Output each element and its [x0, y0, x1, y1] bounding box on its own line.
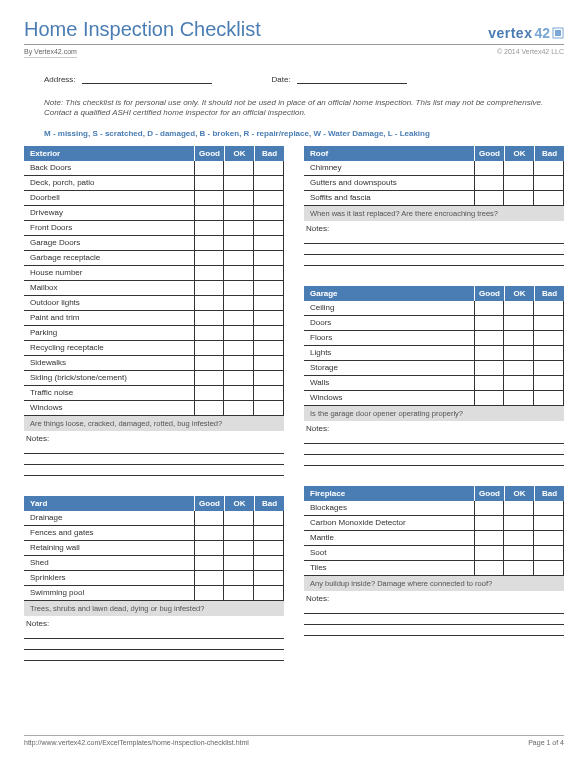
cell-ok[interactable]	[224, 176, 254, 190]
cell-bad[interactable]	[534, 346, 564, 360]
cell-bad[interactable]	[534, 391, 564, 405]
cell-good[interactable]	[474, 561, 504, 575]
cell-bad[interactable]	[254, 191, 284, 205]
cell-bad[interactable]	[534, 531, 564, 545]
note-line[interactable]	[304, 433, 564, 444]
cell-ok[interactable]	[504, 301, 534, 315]
note-line[interactable]	[304, 625, 564, 636]
cell-ok[interactable]	[224, 326, 254, 340]
cell-bad[interactable]	[254, 541, 284, 555]
cell-bad[interactable]	[534, 176, 564, 190]
cell-ok[interactable]	[504, 376, 534, 390]
cell-bad[interactable]	[534, 546, 564, 560]
cell-bad[interactable]	[254, 206, 284, 220]
note-line[interactable]	[304, 233, 564, 244]
cell-ok[interactable]	[224, 371, 254, 385]
cell-bad[interactable]	[534, 516, 564, 530]
cell-good[interactable]	[194, 571, 224, 585]
cell-ok[interactable]	[224, 311, 254, 325]
cell-bad[interactable]	[254, 251, 284, 265]
cell-ok[interactable]	[224, 556, 254, 570]
cell-bad[interactable]	[534, 301, 564, 315]
cell-bad[interactable]	[534, 316, 564, 330]
note-line[interactable]	[24, 443, 284, 454]
cell-ok[interactable]	[224, 401, 254, 415]
cell-good[interactable]	[194, 161, 224, 175]
cell-ok[interactable]	[224, 221, 254, 235]
cell-good[interactable]	[474, 346, 504, 360]
cell-ok[interactable]	[224, 356, 254, 370]
cell-ok[interactable]	[224, 526, 254, 540]
cell-bad[interactable]	[534, 501, 564, 515]
cell-bad[interactable]	[254, 556, 284, 570]
cell-bad[interactable]	[254, 221, 284, 235]
cell-bad[interactable]	[254, 266, 284, 280]
cell-bad[interactable]	[254, 326, 284, 340]
cell-good[interactable]	[194, 371, 224, 385]
note-line[interactable]	[24, 454, 284, 465]
cell-ok[interactable]	[224, 236, 254, 250]
note-line[interactable]	[304, 614, 564, 625]
cell-bad[interactable]	[254, 571, 284, 585]
cell-good[interactable]	[474, 501, 504, 515]
cell-ok[interactable]	[224, 296, 254, 310]
cell-good[interactable]	[194, 266, 224, 280]
note-line[interactable]	[24, 628, 284, 639]
cell-ok[interactable]	[504, 501, 534, 515]
cell-good[interactable]	[194, 586, 224, 600]
cell-ok[interactable]	[224, 386, 254, 400]
cell-good[interactable]	[194, 311, 224, 325]
cell-bad[interactable]	[254, 236, 284, 250]
note-line[interactable]	[24, 650, 284, 661]
cell-ok[interactable]	[224, 341, 254, 355]
cell-ok[interactable]	[224, 571, 254, 585]
cell-bad[interactable]	[534, 161, 564, 175]
cell-bad[interactable]	[534, 331, 564, 345]
cell-good[interactable]	[194, 401, 224, 415]
cell-bad[interactable]	[254, 526, 284, 540]
cell-good[interactable]	[474, 376, 504, 390]
cell-ok[interactable]	[504, 176, 534, 190]
cell-ok[interactable]	[504, 546, 534, 560]
cell-good[interactable]	[474, 301, 504, 315]
cell-good[interactable]	[194, 176, 224, 190]
cell-good[interactable]	[194, 326, 224, 340]
cell-bad[interactable]	[254, 341, 284, 355]
cell-ok[interactable]	[504, 316, 534, 330]
cell-good[interactable]	[194, 221, 224, 235]
cell-ok[interactable]	[224, 161, 254, 175]
note-line[interactable]	[304, 455, 564, 466]
cell-good[interactable]	[194, 341, 224, 355]
cell-good[interactable]	[194, 236, 224, 250]
cell-bad[interactable]	[254, 296, 284, 310]
cell-bad[interactable]	[254, 386, 284, 400]
cell-ok[interactable]	[224, 206, 254, 220]
cell-good[interactable]	[474, 316, 504, 330]
cell-bad[interactable]	[254, 176, 284, 190]
cell-ok[interactable]	[504, 361, 534, 375]
cell-ok[interactable]	[504, 161, 534, 175]
note-line[interactable]	[304, 444, 564, 455]
cell-bad[interactable]	[254, 161, 284, 175]
cell-good[interactable]	[474, 516, 504, 530]
cell-good[interactable]	[194, 556, 224, 570]
cell-bad[interactable]	[534, 361, 564, 375]
cell-good[interactable]	[194, 296, 224, 310]
cell-ok[interactable]	[224, 266, 254, 280]
cell-ok[interactable]	[224, 281, 254, 295]
cell-good[interactable]	[194, 206, 224, 220]
cell-good[interactable]	[474, 331, 504, 345]
cell-ok[interactable]	[224, 251, 254, 265]
cell-good[interactable]	[194, 356, 224, 370]
cell-bad[interactable]	[534, 376, 564, 390]
cell-ok[interactable]	[504, 391, 534, 405]
cell-good[interactable]	[194, 526, 224, 540]
cell-bad[interactable]	[254, 586, 284, 600]
cell-ok[interactable]	[504, 331, 534, 345]
cell-good[interactable]	[474, 361, 504, 375]
cell-good[interactable]	[474, 161, 504, 175]
cell-ok[interactable]	[504, 191, 534, 205]
cell-bad[interactable]	[254, 371, 284, 385]
cell-good[interactable]	[474, 391, 504, 405]
cell-bad[interactable]	[534, 561, 564, 575]
